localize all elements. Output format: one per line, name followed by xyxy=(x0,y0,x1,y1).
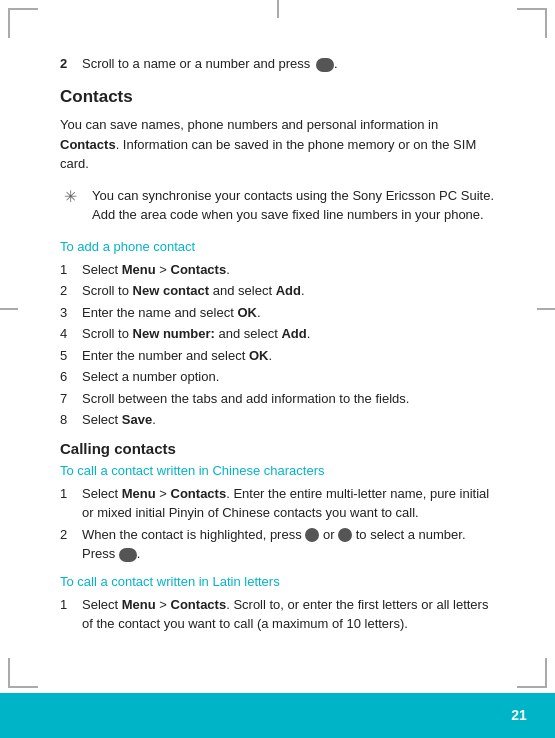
call-button-icon xyxy=(316,58,334,72)
call-icon-2 xyxy=(119,548,137,562)
add-step-7: 7 Scroll between the tabs and add inform… xyxy=(60,389,500,409)
chinese-step-2: 2 When the contact is highlighted, press… xyxy=(60,525,500,564)
add-step-8: 8 Select Save. xyxy=(60,410,500,430)
chinese-step-1: 1 Select Menu > Contacts. Enter the enti… xyxy=(60,484,500,523)
contacts-section-title: Contacts xyxy=(60,87,500,107)
latin-step-1: 1 Select Menu > Contacts. Scroll to, or … xyxy=(60,595,500,634)
add-step-4: 4 Scroll to New number: and select Add. xyxy=(60,324,500,344)
add-phone-steps: 1 Select Menu > Contacts. 2 Scroll to Ne… xyxy=(60,260,500,430)
add-step-5: 5 Enter the number and select OK. xyxy=(60,346,500,366)
corner-mark-top-right xyxy=(517,8,547,38)
tip-icon: ✳ xyxy=(64,187,84,206)
tip-text: You can synchronise your contacts using … xyxy=(92,186,500,225)
corner-mark-bottom-right xyxy=(517,658,547,688)
add-step-1: 1 Select Menu > Contacts. xyxy=(60,260,500,280)
tip-box: ✳ You can synchronise your contacts usin… xyxy=(60,186,500,225)
step-2-text: Scroll to a name or a number and press . xyxy=(82,55,338,73)
latin-heading: To call a contact written in Latin lette… xyxy=(60,574,500,589)
add-step-2: 2 Scroll to New contact and select Add. xyxy=(60,281,500,301)
chinese-heading: To call a contact written in Chinese cha… xyxy=(60,463,500,478)
content-area: 2 Scroll to a name or a number and press… xyxy=(60,55,500,683)
step-2-line: 2 Scroll to a name or a number and press… xyxy=(60,55,500,73)
contacts-intro: You can save names, phone numbers and pe… xyxy=(60,115,500,174)
corner-mark-top-left xyxy=(8,8,38,38)
side-mark-right xyxy=(537,308,555,310)
page-container: 2 Scroll to a name or a number and press… xyxy=(0,0,555,738)
nav-down-icon xyxy=(338,528,352,542)
side-mark-left xyxy=(0,308,18,310)
chinese-steps: 1 Select Menu > Contacts. Enter the enti… xyxy=(60,484,500,564)
tick-top xyxy=(277,0,279,18)
latin-steps: 1 Select Menu > Contacts. Scroll to, or … xyxy=(60,595,500,634)
bottom-bar: 21 xyxy=(0,693,555,738)
calling-contacts-title: Calling contacts xyxy=(60,440,500,457)
corner-mark-bottom-left xyxy=(8,658,38,688)
add-step-3: 3 Enter the name and select OK. xyxy=(60,303,500,323)
add-phone-heading: To add a phone contact xyxy=(60,239,500,254)
page-number: 21 xyxy=(505,704,533,726)
step-2-number: 2 xyxy=(60,55,78,73)
add-step-6: 6 Select a number option. xyxy=(60,367,500,387)
nav-up-icon xyxy=(305,528,319,542)
